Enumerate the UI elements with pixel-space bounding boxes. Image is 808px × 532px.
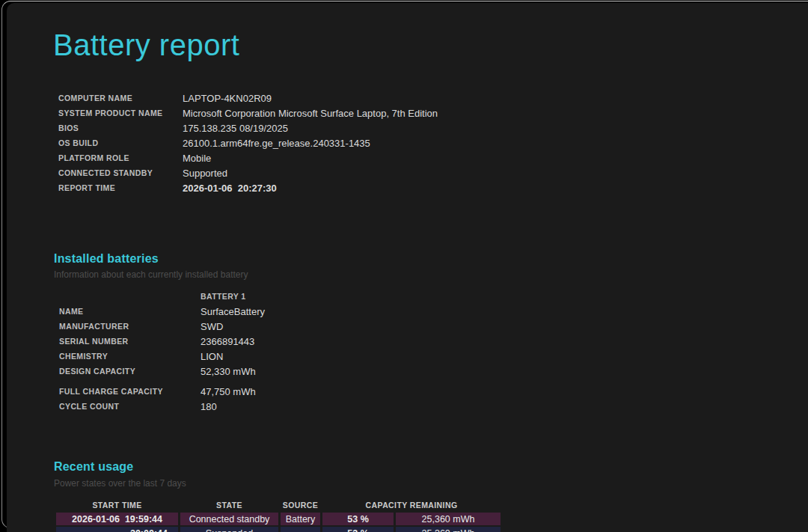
battery-info-value: 47,750 mWh bbox=[201, 386, 256, 397]
battery-info-value: SWD bbox=[201, 321, 223, 332]
system-info-label: CONNECTED STANDBY bbox=[58, 168, 183, 177]
system-info-value: LAPTOP-4KN02R09 bbox=[183, 93, 272, 104]
usage-cell-start-time: 20:00:44 bbox=[56, 527, 178, 532]
usage-header-start-time: START TIME bbox=[56, 501, 178, 510]
usage-header-source: SOURCE bbox=[281, 501, 320, 510]
usage-table-header-row: START TIME STATE SOURCE CAPACITY REMAINI… bbox=[56, 499, 501, 511]
system-info-value: 175.138.235 08/19/2025 bbox=[183, 123, 288, 134]
page-title: Battery report bbox=[53, 28, 239, 62]
battery-info-value: 2366891443 bbox=[201, 336, 254, 347]
system-info-label: PLATFORM ROLE bbox=[58, 153, 183, 162]
usage-cell-start-time: 2026-01-06 19:59:44 bbox=[56, 513, 178, 525]
usage-header-capacity-remaining: CAPACITY REMAINING bbox=[322, 501, 501, 510]
system-info-label: REPORT TIME bbox=[58, 183, 183, 192]
system-info-label: OS BUILD bbox=[58, 138, 183, 147]
system-info-label: SYSTEM PRODUCT NAME bbox=[58, 108, 183, 117]
battery-info-value: 180 bbox=[201, 401, 217, 412]
battery-info-value: 52,330 mWh bbox=[201, 366, 256, 377]
section-heading-recent-usage: Recent usage bbox=[54, 460, 133, 474]
battery-info-label: CHEMISTRY bbox=[59, 352, 201, 361]
battery-info-row: DESIGN CAPACITY 52,330 mWh bbox=[59, 364, 265, 379]
system-info-row: SYSTEM PRODUCT NAME Microsoft Corporatio… bbox=[58, 106, 438, 120]
battery-info-row: MANUFACTURER SWD bbox=[59, 319, 265, 334]
system-info-row: PLATFORM ROLE Mobile bbox=[58, 150, 438, 165]
system-info-value: 2026-01-06 20:27:30 bbox=[183, 183, 277, 194]
battery-info-row: SERIAL NUMBER 2366891443 bbox=[59, 334, 265, 349]
system-info-row: CONNECTED STANDBY Supported bbox=[58, 165, 438, 180]
section-heading-installed-batteries: Installed batteries bbox=[54, 252, 159, 266]
usage-cell-source bbox=[281, 527, 320, 532]
system-info-value: 26100.1.arm64fre.ge_release.240331-1435 bbox=[183, 138, 370, 149]
battery-info-label: NAME bbox=[59, 307, 201, 316]
usage-row: 2026-01-06 19:59:44 Connected standby Ba… bbox=[56, 513, 501, 525]
battery-info-table-2: FULL CHARGE CAPACITY 47,750 mWh CYCLE CO… bbox=[59, 384, 256, 414]
usage-cell-source: Battery bbox=[281, 513, 320, 525]
battery-info-row: NAME SurfaceBattery bbox=[59, 304, 265, 319]
usage-cell-state: Connected standby bbox=[180, 513, 278, 525]
usage-cell-percent: 53 % bbox=[322, 527, 394, 532]
system-info-label: BIOS bbox=[58, 123, 183, 132]
battery-column-header: BATTERY 1 bbox=[201, 292, 246, 301]
battery-info-row: CYCLE COUNT 180 bbox=[59, 399, 256, 414]
section-subtitle-recent-usage: Power states over the last 7 days bbox=[54, 478, 186, 489]
system-info-label: COMPUTER NAME bbox=[58, 94, 183, 103]
report-content: Battery report COMPUTER NAME LAPTOP-4KN0… bbox=[0, 0, 808, 532]
battery-info-label: CYCLE COUNT bbox=[59, 402, 201, 411]
battery-info-label: SERIAL NUMBER bbox=[59, 337, 201, 346]
system-info-row: BIOS 175.138.235 08/19/2025 bbox=[58, 120, 438, 135]
system-info-row: COMPUTER NAME LAPTOP-4KN02R09 bbox=[58, 91, 438, 106]
battery-info-label: MANUFACTURER bbox=[59, 322, 201, 331]
system-info-value: Supported bbox=[183, 168, 227, 179]
battery-info-row: CHEMISTRY LION bbox=[59, 349, 265, 364]
battery-info-table: NAME SurfaceBattery MANUFACTURER SWD SER… bbox=[59, 304, 265, 379]
usage-row: 20:00:44 Suspended 53 % 25,360 mWh bbox=[56, 527, 501, 532]
usage-cell-mwh: 25,360 mWh bbox=[396, 513, 501, 525]
battery-info-value: SurfaceBattery bbox=[201, 306, 265, 317]
usage-cell-mwh: 25,360 mWh bbox=[396, 527, 501, 532]
system-info-row: REPORT TIME 2026-01-06 20:27:30 bbox=[58, 180, 438, 195]
battery-info-row: FULL CHARGE CAPACITY 47,750 mWh bbox=[59, 384, 256, 399]
battery-info-label: DESIGN CAPACITY bbox=[59, 367, 201, 376]
battery-info-value: LION bbox=[201, 351, 223, 362]
recent-usage-table: START TIME STATE SOURCE CAPACITY REMAINI… bbox=[56, 499, 501, 532]
system-info-table: COMPUTER NAME LAPTOP-4KN02R09 SYSTEM PRO… bbox=[58, 91, 438, 195]
battery-info-label: FULL CHARGE CAPACITY bbox=[59, 387, 201, 396]
usage-cell-percent: 53 % bbox=[322, 513, 394, 525]
usage-cell-state: Suspended bbox=[180, 527, 278, 532]
section-subtitle-installed-batteries: Information about each currently install… bbox=[54, 269, 248, 280]
system-info-value: Mobile bbox=[183, 153, 211, 164]
usage-header-state: STATE bbox=[180, 501, 278, 510]
system-info-value: Microsoft Corporation Microsoft Surface … bbox=[183, 108, 438, 119]
system-info-row: OS BUILD 26100.1.arm64fre.ge_release.240… bbox=[58, 135, 438, 150]
